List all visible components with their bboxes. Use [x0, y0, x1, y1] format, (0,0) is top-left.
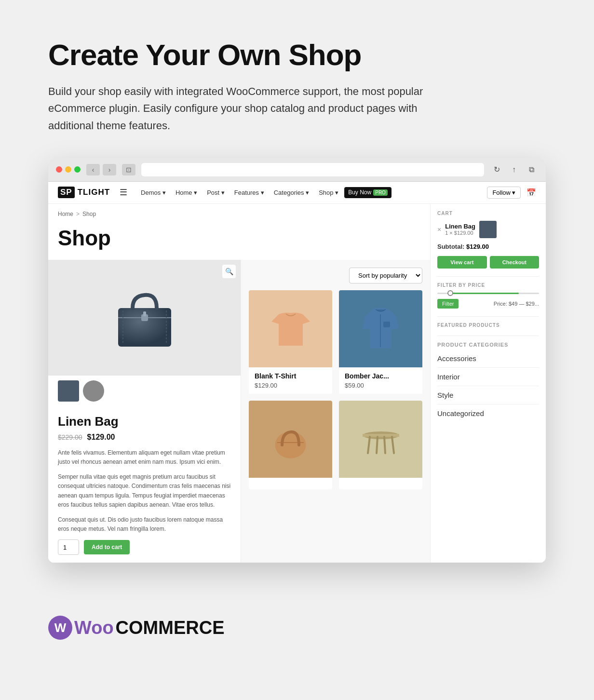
product-card-tshirt-name: Blank T-Shirt — [255, 372, 326, 380]
browser-share-button[interactable]: ↑ — [507, 164, 521, 175]
category-interior[interactable]: Interior — [437, 368, 539, 386]
cart-buttons: View cart Checkout — [437, 256, 539, 269]
product-card-table[interactable] — [339, 401, 422, 489]
buy-badge: PRO — [373, 189, 388, 196]
nav-post[interactable]: Post ▾ — [203, 187, 229, 198]
buy-now-button[interactable]: Buy Now PRO — [344, 187, 392, 198]
cart-section: CART × Linen Bag 1 × $129.00 Subtotal: $… — [437, 211, 539, 269]
product-thumb-2[interactable] — [83, 380, 104, 402]
svg-line-14 — [384, 437, 385, 453]
price-discounted: $129.00 — [87, 433, 115, 442]
browser-new-tab-button[interactable]: ⧉ — [525, 164, 538, 175]
product-zoom-icon[interactable]: 🔍 — [222, 265, 236, 278]
product-card-tshirt-info: Blank T-Shirt $129.00 — [249, 367, 332, 394]
category-style[interactable]: Style — [437, 386, 539, 404]
bomber-image — [360, 305, 401, 353]
page-subtext: Build your shop easily with integrated W… — [48, 83, 444, 134]
browser-mockup: ‹ › ⊡ ↻ ↑ ⧉ SP TLIGHT ☰ Demos ▾ Home ▾ P… — [48, 158, 546, 563]
filter-label: FILTER BY PRICE — [437, 283, 539, 288]
nav-links: Demos ▾ Home ▾ Post ▾ Features ▾ Categor… — [137, 187, 477, 198]
logo-spot: SP — [58, 187, 75, 198]
svg-rect-3 — [143, 311, 146, 316]
browser-nav: ‹ › — [86, 164, 116, 175]
shop-page-header: Shop — [48, 221, 430, 260]
site-logo[interactable]: SP TLIGHT — [58, 187, 110, 198]
add-to-cart-button[interactable]: Add to cart — [84, 540, 130, 554]
price-range-text: Price: $49 — $29... — [494, 301, 539, 307]
minimize-window-button[interactable] — [65, 166, 71, 173]
buy-now-label: Buy Now — [348, 189, 371, 196]
sort-bar: Sort by popularity — [249, 268, 422, 283]
quantity-input[interactable] — [58, 539, 79, 555]
product-card-bomber-name: Bomber Jac... — [345, 372, 417, 380]
product-card-bomber-info: Bomber Jac... $59.00 — [339, 367, 422, 394]
product-card-tshirt-price: $129.00 — [255, 382, 326, 389]
filter-button[interactable]: Filter — [437, 299, 459, 309]
svg-rect-7 — [383, 322, 390, 327]
nav-features[interactable]: Features ▾ — [230, 187, 268, 198]
shop-title: Shop — [58, 226, 420, 250]
category-accessories[interactable]: Accessories — [437, 350, 539, 368]
browser-forward-button[interactable]: › — [103, 164, 116, 175]
product-info: Linen Bag $229.00 $129.00 Ante felis viv… — [48, 406, 241, 563]
hamburger-menu-icon[interactable]: ☰ — [120, 187, 127, 198]
breadcrumb-current: Shop — [82, 211, 96, 217]
breadcrumb: Home > Shop — [48, 204, 430, 221]
calendar-icon[interactable]: 📅 — [526, 188, 536, 197]
cart-item-qty: 1 × $129.00 — [445, 230, 475, 236]
product-grid-area: Sort by popularity — [241, 260, 430, 563]
nav-home[interactable]: Home ▾ — [172, 187, 201, 198]
product-card-bag2-info — [249, 478, 332, 489]
cart-item-name: Linen Bag — [445, 223, 475, 230]
nav-shop[interactable]: Shop ▾ — [315, 187, 342, 198]
browser-reload-button[interactable]: ↻ — [490, 164, 503, 175]
categories-section: PRODUCT CATEGORIES Accessories Interior … — [437, 336, 539, 422]
product-card-bomber[interactable]: Bomber Jac... $59.00 — [339, 290, 422, 394]
browser-address-bar[interactable] — [141, 163, 484, 176]
nav-categories[interactable]: Categories ▾ — [270, 187, 313, 198]
nav-right: Follow ▾ 📅 — [487, 187, 536, 199]
browser-back-button[interactable]: ‹ — [86, 164, 100, 175]
follow-label: Follow — [492, 189, 511, 196]
breadcrumb-home[interactable]: Home — [58, 211, 73, 217]
product-price: $229.00 $129.00 — [58, 433, 231, 442]
price-slider-handle[interactable] — [447, 290, 453, 296]
woo-text-woo: Woo — [74, 618, 114, 638]
table-image — [359, 423, 403, 455]
categories-label: PRODUCT CATEGORIES — [437, 342, 539, 348]
product-card-tshirt[interactable]: Blank T-Shirt $129.00 — [249, 290, 332, 394]
site-navigation: SP TLIGHT ☰ Demos ▾ Home ▾ Post ▾ Featur… — [48, 182, 546, 204]
category-uncategorized[interactable]: Uncategorized — [437, 404, 539, 422]
sort-select[interactable]: Sort by popularity — [349, 268, 422, 283]
product-desc-1: Ante felis vivamus. Elementum aliquam eg… — [58, 448, 231, 467]
product-grid: Blank T-Shirt $129.00 — [249, 290, 422, 394]
svg-line-13 — [377, 437, 378, 453]
product-card-bag2[interactable] — [249, 401, 332, 489]
cart-item-thumbnail — [479, 221, 497, 238]
cart-item: × Linen Bag 1 × $129.00 — [437, 221, 539, 238]
svg-rect-11 — [363, 434, 399, 437]
price-slider-track — [437, 293, 539, 294]
browser-actions: ↻ ↑ ⧉ — [490, 164, 538, 175]
product-thumb-1[interactable] — [58, 380, 79, 402]
close-window-button[interactable] — [56, 166, 62, 173]
woocommerce-section: W Woo COMMERCE — [0, 592, 594, 664]
price-original: $229.00 — [58, 433, 82, 441]
follow-button[interactable]: Follow ▾ — [487, 187, 521, 199]
featured-label: FEATURED PRODUCTS — [437, 323, 539, 328]
shop-main: Home > Shop Shop 🔍 — [48, 204, 430, 563]
product-thumbnails — [48, 376, 241, 406]
view-cart-button[interactable]: View cart — [437, 256, 487, 269]
cart-remove-button[interactable]: × — [437, 226, 441, 233]
product-image — [108, 282, 181, 354]
product-desc-2: Semper nulla vitae quis eget magnis pret… — [58, 472, 231, 510]
checkout-button[interactable]: Checkout — [490, 256, 540, 269]
browser-tab-view-button[interactable]: ⊡ — [122, 164, 135, 175]
cart-subtotal: Subtotal: $129.00 — [437, 243, 539, 250]
nav-demos[interactable]: Demos ▾ — [137, 187, 170, 198]
breadcrumb-separator: > — [76, 211, 80, 217]
maximize-window-button[interactable] — [74, 166, 81, 173]
product-grid-row2 — [249, 401, 422, 489]
filter-row: Filter Price: $49 — $29... — [437, 299, 539, 309]
product-card-tshirt-image — [249, 290, 332, 367]
